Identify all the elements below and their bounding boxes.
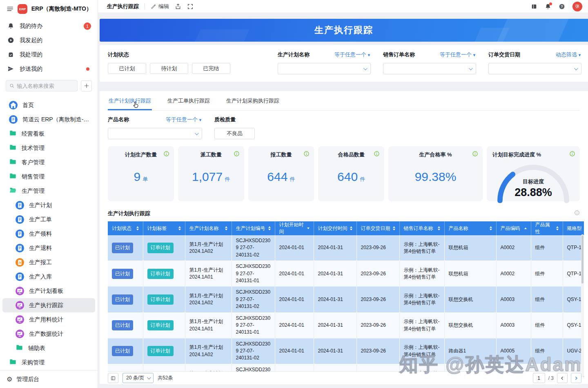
sort-icon[interactable] — [134, 226, 139, 230]
column-header[interactable]: 生产计划名称 — [185, 221, 232, 235]
column-header[interactable]: 计划状态 — [108, 221, 143, 235]
sidebar-item-data-stats[interactable]: 生产数据统计 — [2, 327, 95, 341]
search-input[interactable] — [17, 83, 74, 89]
fullscreen-icon[interactable] — [187, 3, 194, 10]
avatar[interactable]: 张 — [572, 2, 582, 11]
sidebar-item-my-handled[interactable]: 我处理的 — [0, 47, 98, 62]
prev-page-button[interactable] — [557, 373, 568, 383]
sidebar-item-home[interactable]: 首页 — [2, 98, 95, 112]
filter-operator-link[interactable]: 动态筛选▼ — [556, 51, 581, 58]
admin-console-link[interactable]: ⚙ 管理后台 — [0, 370, 98, 388]
sort-icon[interactable] — [347, 226, 352, 230]
info-icon[interactable] — [569, 151, 575, 157]
status-badge[interactable]: 已计划 — [112, 269, 133, 279]
edit-button[interactable]: 编辑 — [151, 3, 169, 10]
search-input-wrap[interactable] — [6, 80, 78, 91]
sort-icon[interactable] — [390, 226, 395, 230]
info-icon[interactable] — [234, 151, 240, 157]
sort-icon[interactable] — [223, 226, 227, 230]
product-name-select[interactable] — [108, 128, 202, 139]
status-filter-button[interactable]: 待计划 — [150, 63, 188, 74]
defective-filter-button[interactable]: 不良品 — [214, 128, 255, 139]
table-row[interactable]: 已计划订单计划第1月-生产计划 2024.1A02SCJHXSDD2309 27… — [108, 235, 584, 261]
sidebar-item-plan-board[interactable]: 生产计划看板 — [2, 284, 95, 298]
status-filter-button[interactable]: 已计划 — [108, 63, 146, 74]
plan-name-select[interactable] — [278, 63, 371, 74]
sidebar-item-production-inbound[interactable]: 生产入库 — [2, 270, 95, 284]
column-header[interactable]: 计划开始时间 — [275, 221, 314, 235]
tag-badge[interactable]: 订单计划 — [147, 269, 174, 279]
panel-toggle-icon[interactable] — [531, 3, 537, 10]
sort-icon[interactable] — [435, 226, 440, 230]
status-badge[interactable]: 已计划 — [112, 346, 133, 356]
column-header[interactable]: 产品编码 — [496, 221, 531, 235]
filter-operator-link[interactable]: 等于任意一个▼ — [440, 51, 476, 58]
sidebar-item-purchase-mgmt[interactable]: 采购管理 — [2, 355, 95, 370]
info-icon[interactable] — [374, 151, 380, 157]
filter-operator-link[interactable]: 等于任意一个▼ — [166, 116, 202, 123]
info-icon[interactable] — [574, 210, 580, 217]
sidebar-item-my-initiated[interactable]: 我发起的 — [0, 33, 98, 47]
sidebar-item-tech-mgmt[interactable]: 技术管理 — [2, 141, 95, 155]
column-header[interactable]: 产品名称 — [444, 221, 496, 235]
share-icon[interactable] — [175, 3, 181, 10]
page-size-select[interactable]: 20 条/页 — [122, 373, 154, 383]
sidebar-item-production-return[interactable]: 生产退料 — [2, 241, 95, 255]
sidebar-item-my-todo[interactable]: 我的待办1 — [0, 19, 98, 33]
delivery-date-select[interactable] — [488, 63, 581, 74]
info-icon[interactable] — [303, 151, 310, 157]
column-header[interactable]: 生产计划编号 — [232, 221, 275, 235]
sidebar-item-production-plan[interactable]: 生产计划 — [2, 198, 95, 212]
sidebar-item-customer-mgmt[interactable]: 客户管理 — [2, 155, 95, 169]
next-page-button[interactable] — [571, 373, 581, 383]
sidebar-item-sales-mgmt[interactable]: 销售管理 — [2, 169, 95, 184]
table-row[interactable]: 已计划订单计划第1月-生产计划 2024.1A02SCJHXSDD2309 27… — [108, 287, 584, 312]
sidebar-item-jdy-erp[interactable]: 简道云 ERP（离散制造-MTO）... — [2, 112, 95, 127]
filter-operator-link[interactable]: 等于任意一个▼ — [334, 51, 371, 58]
notifications-bell-icon[interactable] — [545, 3, 551, 10]
sort-icon[interactable] — [305, 227, 310, 229]
table-scrollbar[interactable] — [581, 234, 584, 377]
table-row[interactable]: 已计划订单计划第1月-生产计划 2024.1A02SCJHXSDD2309 27… — [108, 338, 584, 364]
table-row[interactable]: 已计划订单计划第1月-生产计划 2024.1A01SCJHXSDD2309 27… — [108, 261, 584, 287]
sort-icon[interactable] — [176, 226, 181, 230]
status-badge[interactable]: 已计划 — [112, 243, 133, 253]
sidebar-item-material-stats[interactable]: 生产用料统计 — [2, 312, 95, 327]
tag-badge[interactable]: 订单计划 — [147, 320, 174, 330]
add-app-button[interactable] — [81, 80, 92, 91]
column-header[interactable]: 计划交付时间 — [314, 221, 356, 235]
status-badge[interactable]: 已计划 — [112, 294, 133, 305]
column-header[interactable]: 规格型 — [563, 221, 584, 235]
sort-icon[interactable] — [487, 226, 492, 230]
sidebar-item-production-workorder[interactable]: 生产工单 — [2, 212, 95, 227]
status-badge[interactable]: 已计划 — [112, 320, 133, 330]
help-icon[interactable]: ? — [559, 3, 565, 10]
tag-badge[interactable]: 订单计划 — [147, 294, 174, 305]
menu-toggle-icon[interactable] — [7, 5, 13, 13]
column-header[interactable]: 销售订单名称 — [399, 221, 444, 235]
tab-1[interactable]: 生产计划执行跟踪 — [108, 94, 152, 110]
scrollbar-thumb[interactable] — [581, 235, 584, 283]
tab-3[interactable]: 生产计划采购执行跟踪 — [225, 94, 280, 110]
tab-2[interactable]: 生产工单执行跟踪 — [167, 94, 211, 110]
status-filter-button[interactable]: 已完结 — [192, 63, 230, 74]
column-settings-button[interactable] — [108, 373, 118, 383]
sort-icon[interactable] — [522, 227, 527, 229]
column-header[interactable]: 产品属性 — [531, 221, 563, 235]
sidebar-item-production-mgmt[interactable]: 生产管理 — [2, 184, 95, 198]
column-header[interactable]: 计划标签 — [143, 221, 185, 235]
column-header[interactable]: 订单交货日期 — [356, 221, 399, 235]
sidebar-item-aux-table[interactable]: 辅助表 — [2, 341, 95, 355]
sort-icon[interactable] — [266, 226, 271, 230]
info-icon[interactable] — [472, 151, 478, 157]
info-icon[interactable] — [163, 151, 169, 157]
sort-icon[interactable] — [554, 226, 559, 230]
sidebar-item-production-picking[interactable]: 生产领料 — [2, 227, 95, 241]
sales-order-name-select[interactable] — [383, 63, 476, 74]
page-number-input[interactable]: 1 — [533, 373, 545, 383]
sidebar-item-cc-to-me[interactable]: 抄送我的 — [0, 62, 98, 76]
tag-badge[interactable]: 订单计划 — [147, 346, 174, 356]
tag-badge[interactable]: 订单计划 — [147, 243, 174, 253]
table-row[interactable]: 已计划订单计划第1月-生产计划 2024.1A01SCJHXSDD2309 27… — [108, 312, 584, 338]
sidebar-item-biz-board[interactable]: 经营看板 — [2, 127, 95, 141]
